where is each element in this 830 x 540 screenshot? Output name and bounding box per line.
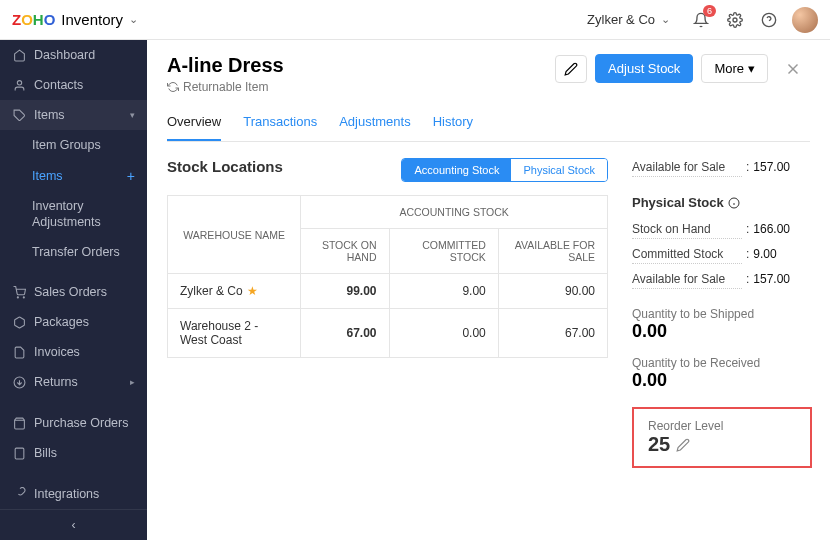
cell-avail: 67.00 — [498, 309, 607, 358]
help-button[interactable] — [756, 7, 782, 33]
tab-adjustments[interactable]: Adjustments — [339, 108, 411, 141]
reorder-level-value: 25 — [648, 433, 670, 456]
returns-icon — [12, 375, 26, 389]
stock-locations-title: Stock Locations — [167, 158, 283, 175]
cell-soh: 67.00 — [301, 309, 389, 358]
col-committed-stock: COMMITTED STOCK — [389, 229, 498, 274]
sidebar-label: Item Groups — [32, 138, 101, 152]
toggle-accounting-stock[interactable]: Accounting Stock — [402, 159, 511, 181]
sidebar-item-bills[interactable]: Bills — [0, 438, 147, 468]
package-icon — [12, 315, 26, 329]
help-icon — [761, 12, 777, 28]
chevron-left-icon: ‹ — [71, 518, 75, 532]
sidebar-item-returns[interactable]: Returns ▸ — [0, 367, 147, 397]
main: A-line Dress Returnable Item Adjust Stoc… — [147, 40, 830, 540]
sidebar-collapse-button[interactable]: ‹ — [0, 509, 147, 540]
sidebar-item-packages[interactable]: Packages — [0, 307, 147, 337]
sidebar-item-integrations[interactable]: Integrations — [0, 479, 147, 509]
sidebar-label: Purchase Orders — [34, 416, 128, 430]
close-icon — [784, 60, 802, 78]
stock-type-toggle: Accounting Stock Physical Stock — [401, 158, 608, 182]
svg-rect-8 — [15, 448, 24, 459]
returnable-badge: Returnable Item — [167, 80, 284, 94]
sidebar-label: Integrations — [34, 487, 99, 501]
sidebar-label: Invoices — [34, 345, 80, 359]
sidebar-label: Items — [32, 169, 63, 183]
toggle-physical-stock[interactable]: Physical Stock — [511, 159, 607, 181]
sidebar-item-dashboard[interactable]: Dashboard — [0, 40, 147, 70]
sidebar-item-inventory-adjustments[interactable]: Inventory Adjustments — [0, 192, 147, 237]
tab-overview[interactable]: Overview — [167, 108, 221, 141]
sidebar-label: Returns — [34, 375, 78, 389]
plus-icon[interactable]: + — [127, 168, 135, 184]
chevron-down-icon: ⌄ — [661, 13, 670, 26]
org-switcher[interactable]: Zylker & Co ⌄ — [587, 12, 670, 27]
sidebar-label: Sales Orders — [34, 285, 107, 299]
svg-point-5 — [23, 297, 24, 298]
sidebar-label: Inventory Adjustments — [32, 198, 135, 231]
notifications-button[interactable]: 6 — [688, 7, 714, 33]
sidebar-item-contacts[interactable]: Contacts — [0, 70, 147, 100]
table-row: Warehouse 2 - West Coast67.000.0067.00 — [168, 309, 608, 358]
cell-committed: 9.00 — [389, 274, 498, 309]
page-title: A-line Dress — [167, 54, 284, 77]
sidebar-item-transfer-orders[interactable]: Transfer Orders — [0, 237, 147, 267]
cell-avail: 90.00 — [498, 274, 607, 309]
svg-point-0 — [733, 18, 737, 22]
org-name: Zylker & Co — [587, 12, 655, 27]
close-button[interactable] — [776, 56, 810, 82]
reorder-level-label: Reorder Level — [648, 419, 796, 433]
tab-transactions[interactable]: Transactions — [243, 108, 317, 141]
physical-stock-heading: Physical Stock — [632, 195, 812, 210]
tag-icon — [12, 108, 26, 122]
cell-warehouse: Warehouse 2 - West Coast — [168, 309, 301, 358]
avatar[interactable] — [792, 7, 818, 33]
pencil-icon[interactable] — [676, 438, 690, 452]
app-name: Inventory — [61, 11, 123, 28]
adjust-stock-button[interactable]: Adjust Stock — [595, 54, 693, 83]
sidebar-item-items-sub[interactable]: Items + — [0, 160, 147, 192]
qty-shipped-value: 0.00 — [632, 321, 812, 342]
content-main: Stock Locations Accounting Stock Physica… — [147, 142, 620, 540]
topbar: ZOHO Inventory ⌄ Zylker & Co ⌄ 6 — [0, 0, 830, 40]
svg-point-3 — [17, 80, 21, 84]
sidebar-item-sales-orders[interactable]: Sales Orders — [0, 277, 147, 307]
chevron-right-icon: ▸ — [130, 377, 135, 387]
edit-button[interactable] — [555, 55, 587, 83]
more-button[interactable]: More ▾ — [701, 54, 768, 83]
sidebar: Dashboard Contacts Items ▾ Item Groups I… — [0, 40, 147, 540]
brand[interactable]: ZOHO Inventory ⌄ — [12, 11, 138, 28]
user-icon — [12, 78, 26, 92]
sidebar-label: Dashboard — [34, 48, 95, 62]
sidebar-item-invoices[interactable]: Invoices — [0, 337, 147, 367]
tab-history[interactable]: History — [433, 108, 473, 141]
star-icon: ★ — [247, 284, 258, 298]
tabs: Overview Transactions Adjustments Histor… — [167, 108, 810, 142]
sidebar-item-item-groups[interactable]: Item Groups — [0, 130, 147, 160]
qty-received-value: 0.00 — [632, 370, 812, 391]
qty-received-label: Quantity to be Received — [632, 356, 812, 370]
sidebar-item-items[interactable]: Items ▾ — [0, 100, 147, 130]
stock-locations-table: WAREHOUSE NAME ACCOUNTING STOCK STOCK ON… — [167, 195, 608, 358]
summary-available-for-sale: Available for Sale:157.00 — [632, 156, 812, 181]
chevron-down-icon: ▾ — [130, 110, 135, 120]
bag-icon — [12, 416, 26, 430]
table-row: Zylker & Co★99.009.0090.00 — [168, 274, 608, 309]
bill-icon — [12, 446, 26, 460]
pencil-icon — [564, 62, 578, 76]
settings-button[interactable] — [722, 7, 748, 33]
chevron-down-icon: ⌄ — [129, 13, 138, 26]
cell-soh: 99.00 — [301, 274, 389, 309]
summary-stock-on-hand: Stock on Hand:166.00 — [632, 218, 812, 243]
reorder-level-box: Reorder Level 25 — [632, 407, 812, 468]
sidebar-item-purchase-orders[interactable]: Purchase Orders — [0, 408, 147, 438]
stock-summary-panel: Available for Sale:157.00 Physical Stock… — [620, 142, 830, 540]
refresh-icon — [167, 81, 179, 93]
col-warehouse: WAREHOUSE NAME — [168, 196, 301, 274]
file-icon — [12, 345, 26, 359]
notif-badge: 6 — [703, 5, 716, 17]
sidebar-label: Items — [34, 108, 65, 122]
col-available-for-sale: AVAILABLE FOR SALE — [498, 229, 607, 274]
cart-icon — [12, 285, 26, 299]
gear-icon — [727, 12, 743, 28]
